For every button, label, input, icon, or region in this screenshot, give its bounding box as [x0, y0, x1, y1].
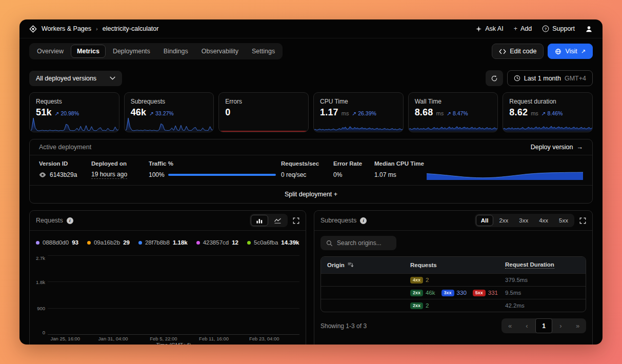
status-tab-3xx[interactable]: 3xx [514, 215, 533, 226]
error-rate-cell: 0% [333, 169, 369, 185]
traffic-cell: 100% [149, 169, 276, 185]
deploy-version-button[interactable]: Deploy version → [531, 144, 583, 151]
external-link-icon: ↗ [581, 48, 586, 55]
visit-button[interactable]: Visit ↗ [548, 44, 593, 59]
tabs-row: Overview Metrics Deployments Bindings Ob… [19, 38, 603, 65]
add-button[interactable]: + Add [514, 25, 532, 32]
metric-unit: ms [342, 110, 349, 116]
metric-card-wall-time[interactable]: Wall Time 8.68 ms ↗ 8.47% [408, 92, 498, 132]
top-bar: Workers & Pages › electricity-calculator… [19, 19, 603, 38]
account-avatar-icon[interactable] [585, 25, 593, 33]
plot-area[interactable] [48, 255, 299, 335]
x-tick: Jan 31, 04:00 [98, 336, 128, 341]
median-cpu-cell: 1.07 ms [374, 169, 422, 185]
support-button[interactable]: ? Support [542, 25, 575, 32]
legend-item[interactable]: 09a16b2b29 [87, 239, 130, 246]
versions-dropdown[interactable]: All deployed versions [29, 71, 122, 86]
info-icon[interactable]: i [360, 217, 367, 224]
pagination-first-button[interactable]: « [501, 318, 518, 333]
deployed-on-cell[interactable]: 19 hours ago [91, 169, 144, 185]
refresh-button[interactable] [486, 70, 503, 86]
traffic-progress-bar [168, 174, 276, 176]
time-range-button[interactable]: Last 1 month GMT+4 [507, 70, 593, 86]
status-tab-all[interactable]: All [476, 215, 494, 226]
sort-icon[interactable] [348, 262, 354, 268]
chevron-down-icon [110, 76, 115, 80]
tab-overview[interactable]: Overview [31, 45, 70, 58]
y-axis-labels: 2.7k 1.8k 900 0 [34, 255, 48, 335]
metric-card-cpu-time[interactable]: CPU Time 1.17 ms ↗ 26.39% [313, 92, 404, 132]
table-row[interactable]: 2xx46k 3xx330 5xx331 9.5ms [321, 286, 586, 299]
line-chart-toggle[interactable] [269, 215, 287, 226]
col-error-rate: Error Rate [333, 156, 369, 169]
metric-value: 8.68 [415, 107, 433, 118]
duration-cell: 42.2ms [505, 302, 579, 309]
tab-metrics[interactable]: Metrics [71, 45, 106, 58]
tab-group: Overview Metrics Deployments Bindings Ob… [29, 43, 283, 59]
metric-cards-row: Requests 51k ↗ 20.98% Subrequests 46k ↗ … [29, 92, 593, 132]
legend-item[interactable]: 423857cd12 [196, 239, 238, 246]
breadcrumb-app[interactable]: Workers & Pages [42, 25, 91, 32]
pagination-current-page[interactable]: 1 [535, 318, 552, 333]
metric-unit: ms [531, 110, 538, 116]
x-axis-title: Time (GMT+4) [34, 342, 299, 345]
arrow-right-icon: → [577, 144, 584, 151]
col-version-id: Version ID [39, 156, 86, 169]
bar-chart-toggle[interactable] [251, 215, 268, 226]
filter-row: All deployed versions Last 1 month GMT+4 [29, 70, 593, 86]
pagination-last-button[interactable]: » [569, 318, 586, 333]
search-icon [326, 240, 333, 247]
requests-bar-chart: 2.7k 1.8k 900 0 Jan 25, 1 [30, 253, 306, 345]
metric-card-requests[interactable]: Requests 51k ↗ 20.98% [29, 92, 119, 132]
status-tab-5xx[interactable]: 5xx [554, 215, 573, 226]
trend-up-icon: ↗ [541, 110, 546, 116]
dashboard-window: Workers & Pages › electricity-calculator… [19, 19, 603, 345]
table-row[interactable]: 2xx2 42.2ms [321, 299, 586, 312]
search-origins-input[interactable] [337, 239, 391, 247]
legend-item[interactable]: 0888d0d093 [36, 239, 78, 246]
trend-up-icon: ↗ [55, 110, 59, 116]
tab-deployments[interactable]: Deployments [107, 45, 156, 58]
metric-value: 46k [131, 107, 147, 118]
code-icon [499, 49, 506, 54]
ask-ai-button[interactable]: Ask AI [475, 25, 503, 32]
status-tab-4xx[interactable]: 4xx [534, 215, 553, 226]
tab-bindings[interactable]: Bindings [157, 45, 194, 58]
metric-card-request-duration[interactable]: Request duration 8.62 ms ↗ 8.46% [503, 92, 593, 132]
edit-code-button[interactable]: Edit code [492, 44, 544, 59]
metric-card-subrequests[interactable]: Subrequests 46k ↗ 33.27% [124, 92, 214, 132]
col-request-duration[interactable]: Request Duration [505, 261, 579, 269]
status-filter-tabs: All 2xx 3xx 4xx 5xx [475, 214, 574, 227]
line-chart-icon [274, 217, 282, 224]
legend-item[interactable]: 5c0a6fba14.39k [247, 239, 299, 246]
metric-card-errors[interactable]: Errors 0 [218, 92, 309, 132]
tab-settings[interactable]: Settings [246, 45, 281, 58]
workers-pages-logo-icon [29, 25, 37, 33]
requests-sec-cell: 0 req/sec [281, 169, 328, 185]
search-origins-box[interactable] [320, 236, 396, 250]
legend-item[interactable]: 28f7b8b81.18k [138, 239, 188, 246]
subrequests-panel-title: Subrequests [320, 217, 356, 224]
bar-chart-icon [256, 217, 263, 224]
expand-icon[interactable] [293, 217, 299, 224]
tab-observability[interactable]: Observability [195, 45, 245, 58]
chart-legend: 0888d0d093 09a16b2b29 28f7b8b81.18k 4238… [30, 231, 306, 253]
status-tab-2xx[interactable]: 2xx [494, 215, 513, 226]
version-id-cell[interactable]: 6143b29a [39, 169, 86, 185]
pagination-next-button[interactable]: › [552, 318, 569, 333]
y-tick: 0 [43, 330, 45, 335]
x-tick: Feb 11, 16:00 [199, 336, 229, 341]
info-icon[interactable]: i [67, 217, 73, 224]
col-median-cpu: Median CPU Time [374, 156, 422, 169]
refresh-icon [491, 75, 498, 82]
table-row[interactable]: 4xx2 379.5ms [321, 273, 586, 286]
duration-sparkline [503, 118, 592, 132]
active-deployment-panel: Active deployment Deploy version → Versi… [29, 139, 593, 204]
split-deployment-button[interactable]: Split deployment + [30, 185, 592, 203]
col-origin[interactable]: Origin [327, 262, 410, 268]
active-deployment-title: Active deployment [39, 144, 91, 151]
pagination-prev-button[interactable]: ‹ [518, 318, 535, 333]
expand-icon[interactable] [579, 217, 586, 224]
time-range-label: Last 1 month [524, 75, 561, 82]
subrequests-sparkline [125, 118, 214, 132]
